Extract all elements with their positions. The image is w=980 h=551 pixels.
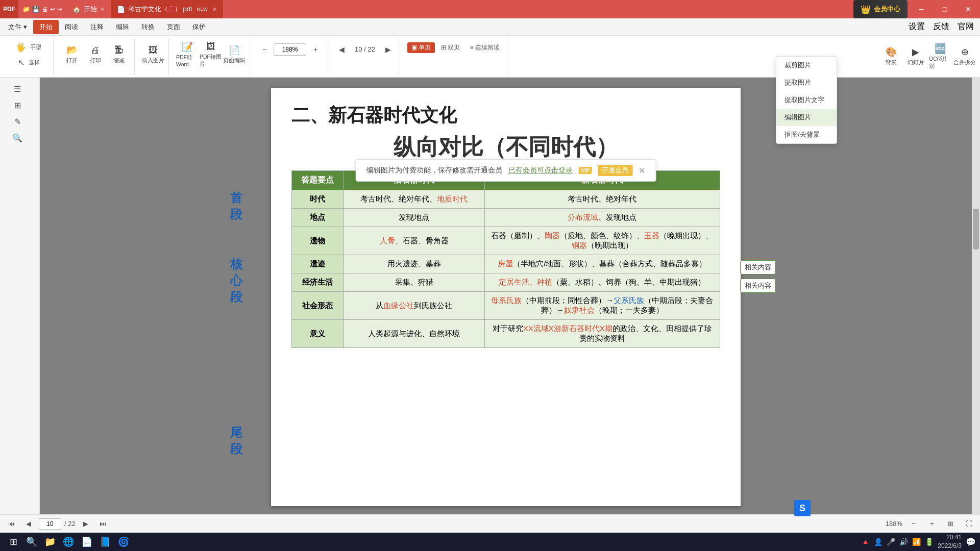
menu-file[interactable]: 文件 ▾ xyxy=(2,20,33,34)
select-tool-button[interactable]: ↖ 选择 xyxy=(8,56,49,70)
context-menu: 裁剪图片 提取图片 提取图片文字 编辑图片 抠图/去背景 xyxy=(776,56,837,144)
row-key-6: 意义 xyxy=(292,320,344,348)
menu-convert[interactable]: 转换 xyxy=(135,20,161,34)
next-page-nav[interactable]: ▶ xyxy=(381,42,396,57)
open-vip-btn[interactable]: 开通会员 xyxy=(598,165,632,176)
sidebar-thumb-btn[interactable]: ⊞ xyxy=(2,98,33,112)
ctx-edit[interactable]: 编辑图片 xyxy=(776,109,837,126)
nav-group: ◀ 10 / 22 ▶ xyxy=(330,38,400,75)
ctx-crop[interactable]: 裁剪图片 xyxy=(776,57,837,74)
zoom-group: − + xyxy=(253,38,327,75)
page-edit-button[interactable]: 📄 页面编辑 xyxy=(223,40,246,69)
official-link[interactable]: 官网 xyxy=(958,21,974,32)
taskbar-right: 🔺 👤 🎤 🔊 📶 🔋 20:41 2022/6/3 💬 xyxy=(861,533,976,550)
notification-bar: 编辑图片为付费功能，保存修改需开通会员 已有会员可点击登录 VIP 开通会员 ✕ xyxy=(356,159,656,182)
row-key-2: 遗物 xyxy=(292,227,344,255)
windows-taskbar: ⊞ 🔍 📁 🌐 📄 📘 🌀 🔺 👤 🎤 🔊 📶 🔋 20:41 2022/6/3… xyxy=(0,533,980,551)
insert-image-button[interactable]: 🖼 插入图片 xyxy=(142,40,164,69)
menu-protect[interactable]: 保护 xyxy=(186,20,212,34)
zoom-out-bottom[interactable]: − xyxy=(906,517,921,531)
table-row: 社会形态 从血缘公社到氏族公社 母系氏族（中期前段；同性合葬）→父系氏族（中期后… xyxy=(292,292,720,320)
fullscreen-btn[interactable]: ⛶ xyxy=(962,517,976,531)
left-sidebar: ☰ ⊞ ✎ 🔍 xyxy=(0,78,40,514)
slideshow-btn[interactable]: ▶ 幻灯片 xyxy=(904,42,927,71)
prev-page-nav[interactable]: ◀ xyxy=(334,42,349,57)
window-controls: ─ □ ✕ xyxy=(910,0,980,18)
fit-btn[interactable]: ⊞ xyxy=(943,517,958,531)
taskbar-windows[interactable]: ⊞ xyxy=(4,533,22,551)
last-page-btn[interactable]: ⏭ xyxy=(96,517,110,531)
zoom-input[interactable] xyxy=(274,43,306,56)
print-button[interactable]: 🖨 打印 xyxy=(84,40,107,69)
ctx-remove-bg[interactable]: 抠图/去背景 xyxy=(776,126,837,143)
menu-annotate[interactable]: 注释 xyxy=(84,20,110,34)
double-page-btn[interactable]: ⊞ 双页 xyxy=(437,42,464,53)
restore-button[interactable]: □ xyxy=(933,0,957,18)
pdf-to-word-button[interactable]: 📝 PDF转Word xyxy=(176,40,199,69)
background-btn[interactable]: 🎨 背景 xyxy=(880,42,902,71)
login-link[interactable]: 已有会员可点击登录 xyxy=(508,166,573,175)
taskbar-explorer[interactable]: 📁 xyxy=(41,533,59,551)
hand-tool-button[interactable]: 🖐 手型 xyxy=(8,40,49,55)
table-row: 经济生活 采集、狩猎 定居生活、种植（粟、水稻）、饲养（狗、羊、中期出现猪） 相… xyxy=(292,273,720,292)
pdf-page: 首段 核心段 尾段 二、新石器时代文化 纵向对比（不同时代） xyxy=(271,88,741,506)
taskbar-app3[interactable]: 🌀 xyxy=(114,533,133,551)
zoom-in-button[interactable]: + xyxy=(308,42,323,57)
single-page-btn[interactable]: ▣ 单页 xyxy=(407,42,435,53)
bottom-toolbar: ⏮ ◀ / 22 ▶ ⏭ 188% − + ⊞ ⛶ xyxy=(0,514,980,533)
minimize-button[interactable]: ─ xyxy=(910,0,933,18)
next-page-btn[interactable]: ▶ xyxy=(79,517,93,531)
taskbar-app2[interactable]: 📘 xyxy=(96,533,114,551)
vip-center-button[interactable]: 👑 会员中心 xyxy=(853,0,908,18)
pdf-to-img-button[interactable]: 🖼 PDF转图片 xyxy=(200,40,222,69)
notification-close[interactable]: ✕ xyxy=(639,166,645,176)
zoom-out-button[interactable]: − xyxy=(257,42,272,57)
right-scrollbar[interactable] xyxy=(972,78,980,514)
page-title: 二、新石器时代文化 xyxy=(291,105,457,126)
open-button[interactable]: 📂 打开 xyxy=(61,40,83,69)
view-group: ▣ 单页 ⊞ 双页 ≡ 连续阅读 xyxy=(403,38,508,75)
tool-group: 🖐 手型 ↖ 选择 xyxy=(4,38,54,75)
sidebar-edit-btn[interactable]: ✎ xyxy=(2,114,33,129)
table-row: 遗物 人骨、石器、骨角器 石器（磨制）、陶器（质地、颜色、纹饰）、玉器（晚期出现… xyxy=(292,227,720,255)
row-key-5: 社会形态 xyxy=(292,292,344,320)
menu-read[interactable]: 阅读 xyxy=(59,20,84,34)
compress-button[interactable]: 🗜 缩减 xyxy=(108,40,130,69)
page-number-input[interactable] xyxy=(39,518,61,530)
menu-page[interactable]: 页面 xyxy=(161,20,186,34)
ctx-extract-text[interactable]: 提取图片文字 xyxy=(776,91,837,109)
ocr-btn[interactable]: 🔤 OCR识别 xyxy=(929,42,951,71)
title-bar: PDF 📁 💾 🖨 ↩ ↪ 🏠 开始 ✕ 📄 考古学文化（二）.pdf NEW … xyxy=(0,0,980,18)
page-info: 10 / 22 xyxy=(351,45,379,53)
feedback-link[interactable]: 反馈 xyxy=(933,21,949,32)
row-new-2: 石器（磨制）、陶器（质地、颜色、纹饰）、玉器（晚期出现）、铜器（晚期出现） xyxy=(484,227,720,255)
row-key-1: 地点 xyxy=(292,209,344,227)
sidebar-list-btn[interactable]: ☰ xyxy=(2,82,33,96)
insert-group: 🖼 插入图片 xyxy=(138,38,169,75)
col-header-0: 答题要点 xyxy=(292,171,344,190)
tabs-area: 🏠 开始 ✕ 📄 考古学文化（二）.pdf NEW ✕ xyxy=(66,0,853,18)
tab-start[interactable]: 🏠 开始 ✕ xyxy=(66,0,111,18)
convert-group: 📝 PDF转Word 🖼 PDF转图片 📄 页面编辑 xyxy=(172,38,250,75)
sidebar-search-btn[interactable]: 🔍 xyxy=(2,131,33,145)
tab-pdf[interactable]: 📄 考古学文化（二）.pdf NEW ✕ xyxy=(111,0,223,18)
taskbar-search[interactable]: 🔍 xyxy=(22,533,41,551)
continuous-btn[interactable]: ≡ 连续阅读 xyxy=(466,42,504,53)
table-row: 时代 考古时代、绝对年代、地质时代 考古时代、绝对年代 xyxy=(292,190,720,209)
first-page-btn[interactable]: ⏮ xyxy=(4,517,18,531)
zoom-in-bottom[interactable]: + xyxy=(925,517,939,531)
close-button[interactable]: ✕ xyxy=(957,0,980,18)
menu-start[interactable]: 开始 xyxy=(33,20,59,34)
row-key-4: 经济生活 xyxy=(292,273,344,292)
vip-badge: VIP xyxy=(579,167,592,174)
merge-split-btn[interactable]: ⊕ 合并拆分 xyxy=(953,42,976,71)
settings-link[interactable]: 设置 xyxy=(909,21,925,32)
menu-edit[interactable]: 编辑 xyxy=(110,20,135,34)
taskbar-pdf[interactable]: 📄 xyxy=(78,533,96,551)
taskbar-edge[interactable]: 🌐 xyxy=(59,533,78,551)
ctx-extract[interactable]: 提取图片 xyxy=(776,74,837,91)
page-subtitle: 纵向对比（不同时代） xyxy=(394,134,618,159)
scrollbar-thumb[interactable] xyxy=(973,209,979,249)
prev-page-btn[interactable]: ◀ xyxy=(21,517,36,531)
row-old-1: 发现地点 xyxy=(344,209,484,227)
